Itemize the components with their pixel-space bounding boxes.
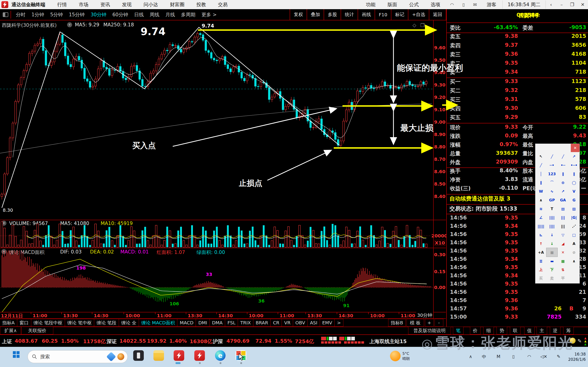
draw-tool-9[interactable]: 123	[546, 169, 557, 178]
draw-tool-31[interactable]: |G|	[569, 213, 579, 222]
draw-tool-34[interactable]: |||	[557, 222, 569, 231]
draw-tool-23[interactable]: G	[569, 196, 579, 204]
wifi-icon[interactable]: ◠	[527, 354, 531, 359]
taskbar-tdx-1[interactable]	[174, 350, 184, 361]
tab-5[interactable]: 缠论 全	[119, 319, 139, 327]
draw-tool-22[interactable]: GA	[557, 196, 569, 204]
tab-10[interactable]: FSL	[225, 319, 238, 327]
taskbar-app-dark[interactable]	[133, 350, 144, 361]
draw-tool-55[interactable]	[569, 265, 579, 274]
tray-input-icon[interactable]: M	[497, 354, 500, 359]
expand-button[interactable]: 扩展∧	[0, 327, 21, 334]
draw-tool-10[interactable]: ∥	[557, 169, 569, 178]
close-icon[interactable]: ✕	[571, 144, 579, 152]
server-label[interactable]: 上海双线主站15	[369, 338, 407, 345]
draw-tool-27[interactable]: ▨	[569, 204, 579, 213]
tab-9[interactable]: DMA	[209, 319, 225, 327]
tab-8[interactable]: DMI	[196, 319, 210, 327]
draw-tool-52[interactable]: 上	[536, 265, 546, 274]
draw-tool-25[interactable]: T	[546, 204, 557, 213]
draw-tool-18[interactable]: ↗	[557, 187, 569, 196]
tab-18[interactable]: >	[334, 319, 343, 327]
tab-15[interactable]: OBV	[293, 319, 308, 327]
draw-tool-48[interactable]: ≣	[536, 257, 546, 265]
buy-price[interactable]: 9.33	[481, 78, 518, 84]
sell-price[interactable]: 9.34	[481, 69, 518, 75]
draw-tool-51[interactable]: ∧	[569, 257, 579, 265]
draw-tool-46[interactable]: ✕	[557, 248, 569, 257]
start-button[interactable]	[13, 351, 19, 358]
weather-icon[interactable]	[390, 351, 401, 361]
draw-tool-35[interactable]: ⋰	[569, 222, 579, 231]
draw-tool-0[interactable]: ↖	[536, 152, 546, 161]
tab-6[interactable]: 缠论 MACD面积	[139, 319, 177, 327]
buy-price[interactable]: 9.31	[481, 96, 518, 102]
draw-tool-59[interactable]	[569, 274, 579, 283]
tab-16[interactable]: ASI	[307, 319, 320, 327]
tab-right-2[interactable]: +	[425, 319, 434, 327]
tab-2[interactable]: 缠论 笔段中枢	[31, 319, 65, 327]
draw-tool-1[interactable]: ╱	[546, 152, 557, 161]
draw-tool-28[interactable]: ∠	[536, 213, 546, 222]
draw-tool-5[interactable]: ─•	[546, 161, 557, 169]
draw-tool-26[interactable]: ▤	[557, 204, 569, 213]
draw-tool-20[interactable]: ∧	[536, 196, 546, 204]
draw-tool-50[interactable]: ▦	[557, 257, 569, 265]
related-quote-button[interactable]: 关联报价	[21, 327, 53, 334]
draw-tool-29[interactable]: ||||	[546, 213, 557, 222]
tab-right-1[interactable]: 模 板	[406, 319, 424, 327]
tray-ime-icon[interactable]: 中	[482, 354, 486, 360]
buy-price[interactable]: 9.29	[481, 114, 518, 120]
tab-3[interactable]: 缠论 笔中枢	[65, 319, 94, 327]
pen-icon[interactable]: ✎	[578, 338, 582, 344]
draw-tool-41[interactable]: ↓	[546, 239, 557, 248]
draw-tool-30[interactable]: |||	[557, 213, 569, 222]
draw-tool-8[interactable]: │	[536, 169, 546, 178]
draw-tool-33[interactable]: ||||	[546, 222, 557, 231]
tab-right-0[interactable]: 指标B	[388, 319, 406, 327]
draw-tool-17[interactable]: ∿	[546, 187, 557, 196]
draw-tool-53[interactable]: 下	[546, 265, 557, 274]
draw-tool-54[interactable]: ⇅	[557, 265, 569, 274]
draw-tool-40[interactable]: ↑	[536, 239, 546, 248]
draw-tool-44[interactable]: +A	[536, 248, 546, 257]
draw-tool-39[interactable]: □	[569, 231, 579, 239]
tab-17[interactable]: EMV	[320, 319, 335, 327]
volume-muted-icon[interactable]: ◁✕	[540, 354, 547, 359]
draw-tool-42[interactable]: ◢	[557, 239, 569, 248]
taskbar-edge[interactable]: e	[215, 350, 225, 361]
draw-tool-21[interactable]: GP	[546, 196, 557, 204]
draw-tool-38[interactable]: ▽	[557, 231, 569, 239]
draw-tool-24[interactable]: ≋	[536, 204, 546, 213]
tray-chevron-icon[interactable]: ∧	[469, 354, 472, 359]
tab-1[interactable]: 窗口	[17, 319, 31, 327]
tab-14[interactable]: VR	[282, 319, 293, 327]
draw-tool-3[interactable]: ↗	[569, 152, 579, 161]
draw-tool-4[interactable]: ╱	[536, 161, 546, 169]
draw-tool-43[interactable]: A	[569, 239, 579, 248]
tab-right-3[interactable]: -	[435, 319, 443, 327]
taskbar-clock[interactable]: 16:382026/1/6	[568, 352, 586, 362]
buy-price[interactable]: 9.32	[481, 87, 518, 93]
draw-tool-36[interactable]: ⊾	[536, 231, 546, 239]
draw-tool-47[interactable]: ⊘	[569, 248, 579, 257]
draw-tool-13[interactable]: ⌒	[546, 178, 557, 187]
draw-tool-11[interactable]: ∥	[569, 169, 579, 178]
tab-13[interactable]: CR	[270, 319, 282, 327]
draw-tool-12[interactable]: ∥	[536, 178, 546, 187]
tab-0[interactable]: 指标A	[0, 319, 17, 327]
taskbar-tdx-2[interactable]	[194, 350, 205, 361]
search-daily-icon[interactable]	[117, 353, 124, 360]
drawing-toolbar-titlebar[interactable]: ✕	[536, 144, 579, 152]
draw-tool-19[interactable]: V	[569, 187, 579, 196]
search-highlight-icon[interactable]	[106, 352, 116, 361]
draw-tool-32[interactable]: |||||	[536, 222, 546, 231]
draw-tool-2[interactable]: ╱	[557, 152, 569, 161]
draw-tool-56[interactable]: 买	[536, 274, 546, 283]
draw-tool-37[interactable]: ↓	[546, 231, 557, 239]
tab-4[interactable]: 缠论 笔段	[94, 319, 119, 327]
draw-tool-57[interactable]: 卖	[546, 274, 557, 283]
draw-tool-15[interactable]: ◯	[569, 178, 579, 187]
taskbar-file-explorer[interactable]	[153, 350, 164, 361]
sell-price[interactable]: 9.37	[481, 42, 518, 48]
